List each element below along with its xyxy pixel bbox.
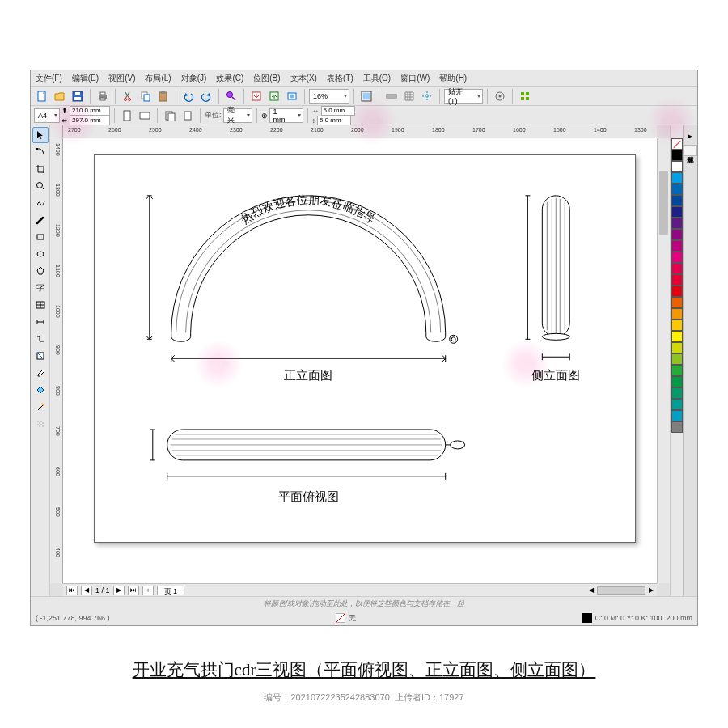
text-tool[interactable]: 字 bbox=[32, 280, 49, 296]
crop-tool[interactable] bbox=[32, 161, 49, 177]
menu-table[interactable]: 表格(T) bbox=[327, 73, 353, 84]
save-icon[interactable] bbox=[70, 88, 86, 104]
import-icon[interactable] bbox=[248, 88, 265, 104]
page-width-input[interactable] bbox=[70, 106, 110, 116]
color-swatch[interactable] bbox=[671, 286, 683, 297]
ruler-origin[interactable] bbox=[50, 125, 63, 138]
page-height-input[interactable] bbox=[70, 116, 110, 125]
new-icon[interactable] bbox=[34, 88, 50, 104]
color-swatch[interactable] bbox=[671, 138, 683, 150]
add-page-button[interactable]: ＋ bbox=[142, 586, 154, 595]
launcher-icon[interactable] bbox=[517, 88, 533, 104]
print-icon[interactable] bbox=[95, 88, 111, 104]
export-icon[interactable] bbox=[266, 88, 282, 104]
color-swatch[interactable] bbox=[671, 353, 683, 365]
transparency-tool[interactable] bbox=[32, 416, 49, 432]
color-swatch[interactable] bbox=[671, 150, 683, 161]
publish-icon[interactable] bbox=[284, 88, 300, 104]
outline-swatch-icon[interactable] bbox=[582, 613, 592, 623]
color-swatch[interactable] bbox=[671, 410, 683, 421]
vertical-scrollbar[interactable] bbox=[657, 138, 670, 583]
menu-view[interactable]: 视图(V) bbox=[108, 73, 135, 84]
portrait-icon[interactable] bbox=[119, 108, 135, 124]
open-icon[interactable] bbox=[52, 88, 68, 104]
current-page-icon[interactable] bbox=[180, 108, 196, 124]
menu-edit[interactable]: 编辑(E) bbox=[72, 73, 99, 84]
horizontal-ruler[interactable]: 2700260025002400230022002100200019001800… bbox=[63, 125, 657, 138]
menu-bitmap[interactable]: 位图(B) bbox=[253, 73, 280, 84]
guides-icon[interactable] bbox=[419, 88, 435, 104]
color-swatch[interactable] bbox=[671, 342, 683, 353]
cut-icon[interactable] bbox=[120, 88, 136, 104]
menu-text[interactable]: 文本(X) bbox=[290, 73, 317, 84]
first-page-button[interactable]: ⏮ bbox=[66, 586, 78, 595]
color-swatch[interactable] bbox=[671, 229, 683, 240]
shape-tool[interactable] bbox=[32, 144, 49, 160]
color-swatch[interactable] bbox=[671, 421, 683, 433]
color-swatch[interactable] bbox=[671, 331, 683, 342]
duplicate-y-input[interactable] bbox=[317, 116, 351, 125]
options-icon[interactable] bbox=[492, 88, 508, 104]
vertical-ruler[interactable]: 14001300120011001000900800700600500400 bbox=[50, 138, 63, 583]
color-swatch[interactable] bbox=[671, 308, 683, 320]
nudge-input[interactable]: 1 mm bbox=[269, 108, 303, 123]
docker-collapse-icon[interactable]: ▸ bbox=[688, 132, 692, 140]
all-pages-icon[interactable] bbox=[162, 108, 178, 124]
menu-help[interactable]: 帮助(H) bbox=[439, 73, 467, 84]
menu-effects[interactable]: 效果(C) bbox=[216, 73, 243, 84]
duplicate-x-input[interactable] bbox=[321, 106, 355, 116]
search-icon[interactable] bbox=[223, 88, 239, 104]
table-tool[interactable] bbox=[32, 297, 49, 313]
units-dropdown[interactable]: 毫米 bbox=[223, 108, 252, 123]
menu-layout[interactable]: 布局(L) bbox=[145, 73, 171, 84]
artistic-media-tool[interactable] bbox=[32, 212, 49, 228]
color-swatch[interactable] bbox=[671, 387, 683, 399]
color-swatch[interactable] bbox=[671, 252, 683, 263]
color-swatch[interactable] bbox=[671, 365, 683, 376]
fullscreen-icon[interactable] bbox=[358, 88, 375, 104]
menu-window[interactable]: 窗口(W) bbox=[400, 73, 430, 84]
color-swatch[interactable] bbox=[671, 297, 683, 308]
last-page-button[interactable]: ⏭ bbox=[128, 586, 139, 595]
color-swatch[interactable] bbox=[671, 161, 683, 172]
grid-icon[interactable] bbox=[401, 88, 417, 104]
menu-object[interactable]: 对象(J) bbox=[181, 73, 207, 84]
color-swatch[interactable] bbox=[671, 184, 683, 195]
dimension-tool[interactable] bbox=[32, 314, 49, 330]
color-swatch[interactable] bbox=[671, 195, 683, 206]
interactive-tool[interactable] bbox=[32, 348, 49, 364]
snap-dropdown[interactable]: 贴齐(T) bbox=[444, 89, 483, 104]
copy-icon[interactable] bbox=[138, 88, 154, 104]
paste-icon[interactable] bbox=[155, 88, 171, 104]
rectangle-tool[interactable] bbox=[32, 229, 49, 245]
freehand-tool[interactable] bbox=[32, 195, 49, 211]
redo-icon[interactable] bbox=[198, 88, 214, 104]
zoom-tool[interactable] bbox=[32, 178, 49, 194]
landscape-icon[interactable] bbox=[137, 108, 153, 124]
color-swatch[interactable] bbox=[671, 399, 683, 410]
zoom-level-dropdown[interactable]: 16% bbox=[309, 89, 349, 104]
color-swatch[interactable] bbox=[671, 240, 683, 252]
scrollbar-thumb[interactable] bbox=[659, 171, 668, 235]
docker-tab-properties[interactable]: 对象属性 bbox=[684, 145, 697, 156]
menu-file[interactable]: 文件(F) bbox=[36, 73, 62, 84]
color-swatch[interactable] bbox=[671, 376, 683, 387]
rulers-icon[interactable] bbox=[383, 88, 400, 104]
color-swatch[interactable] bbox=[671, 274, 683, 286]
fill-swatch-icon[interactable] bbox=[336, 613, 345, 623]
page-preset-dropdown[interactable]: A4 bbox=[34, 108, 60, 123]
drawing-canvas[interactable]: 热烈欢迎各位朋友莅临指导 正立面图 bbox=[63, 138, 657, 583]
color-swatch[interactable] bbox=[671, 206, 683, 218]
color-swatch[interactable] bbox=[671, 263, 683, 274]
dropper-tool[interactable] bbox=[32, 365, 49, 381]
undo-icon[interactable] bbox=[180, 88, 197, 104]
color-swatch[interactable] bbox=[671, 172, 683, 184]
prev-page-button[interactable]: ◀ bbox=[81, 586, 92, 595]
ellipse-tool[interactable] bbox=[32, 246, 49, 262]
color-swatch[interactable] bbox=[671, 320, 683, 331]
menu-tools[interactable]: 工具(O) bbox=[363, 73, 391, 84]
pick-tool[interactable] bbox=[32, 127, 49, 143]
connector-tool[interactable] bbox=[32, 331, 49, 347]
outline-tool[interactable] bbox=[32, 399, 49, 415]
fill-tool[interactable] bbox=[32, 382, 49, 398]
